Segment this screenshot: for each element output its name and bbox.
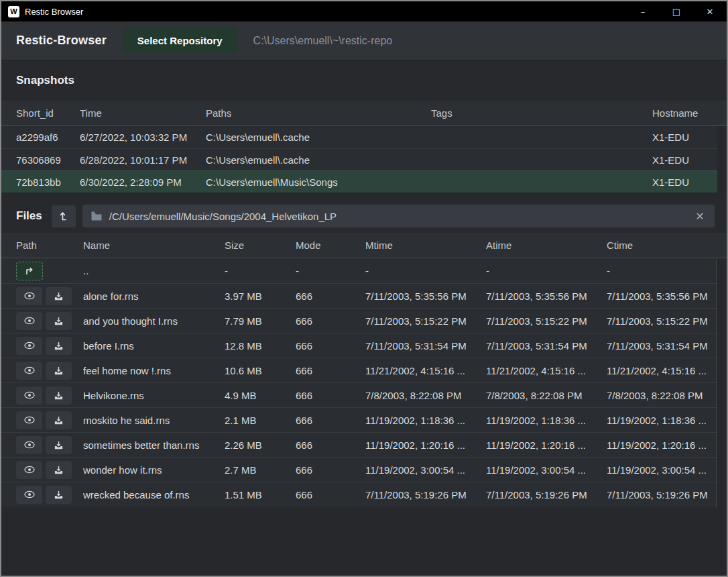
preview-button[interactable] [16, 362, 42, 380]
app-window: W Restic Browser – □ ✕ Restic-Browser Se… [0, 0, 728, 577]
files-scrollbar-track[interactable] [716, 260, 717, 508]
preview-button[interactable] [16, 386, 42, 405]
clear-path-button[interactable]: ✕ [690, 207, 709, 225]
column-header-paths: Paths [206, 107, 431, 119]
snapshot-row[interactable]: a2299af6 6/27/2022, 10:03:32 PM C:\Users… [1, 126, 717, 148]
column-header-mode: Mode [296, 240, 365, 251]
parent-dir-row[interactable]: .. - - - - - [1, 258, 717, 283]
download-icon [54, 440, 64, 450]
parent-arrow-icon [24, 266, 35, 276]
eye-icon [23, 490, 36, 499]
download-icon [54, 465, 64, 475]
repository-path: C:\Users\emuell\~\restic-repo [253, 35, 393, 47]
download-button[interactable] [46, 486, 72, 504]
files-table-header: Path Name Size Mode Mtime Atime Ctime [1, 233, 727, 258]
eye-icon [23, 440, 36, 450]
eye-icon [23, 316, 36, 325]
column-header-name: Name [83, 240, 225, 251]
column-header-tags: Tags [431, 107, 652, 119]
preview-button[interactable] [16, 287, 42, 305]
preview-button[interactable] [16, 436, 42, 454]
file-row[interactable]: moskito he said.rns 2.1 MB 666 11/19/200… [1, 407, 717, 432]
download-button[interactable] [46, 386, 72, 405]
app-icon: W [8, 6, 19, 17]
window-title: Restic Browser [25, 7, 83, 17]
preview-button[interactable] [16, 337, 42, 355]
download-button[interactable] [46, 287, 72, 305]
eye-icon [23, 366, 36, 375]
maximize-button[interactable]: □ [660, 1, 693, 21]
folder-icon [90, 210, 103, 222]
download-icon [54, 415, 64, 425]
preview-button[interactable] [16, 486, 42, 504]
download-button[interactable] [46, 312, 72, 330]
snapshots-table: a2299af6 6/27/2022, 10:03:32 PM C:\Users… [1, 126, 717, 193]
files-table: .. - - - - - alone for.rns 3.97 MB 666 7… [1, 258, 717, 507]
column-header-time: Time [80, 107, 206, 119]
download-button[interactable] [46, 337, 72, 355]
preview-button[interactable] [16, 411, 42, 429]
select-repository-button[interactable]: Select Repository [123, 28, 237, 53]
snapshots-section-title: Snapshots [16, 74, 74, 87]
column-header-short-id: Short_id [16, 107, 80, 119]
toolbar: Restic-Browser Select Repository C:\User… [1, 21, 727, 60]
app-title: Restic-Browser [16, 34, 107, 48]
eye-icon [23, 390, 36, 400]
files-bar: Files ✕ [1, 199, 727, 233]
download-button[interactable] [46, 411, 72, 429]
download-button[interactable] [46, 436, 72, 454]
go-to-parent-button[interactable] [16, 262, 43, 280]
eye-icon [23, 341, 36, 350]
column-header-size: Size [225, 240, 296, 251]
minimize-button[interactable]: – [626, 1, 660, 21]
go-up-button[interactable] [52, 205, 76, 227]
download-icon [54, 316, 64, 326]
file-row[interactable]: wrecked because of.rns 1.51 MB 666 7/11/… [1, 482, 717, 507]
column-header-hostname: Hostname [652, 107, 727, 119]
titlebar: W Restic Browser – □ ✕ [1, 1, 727, 21]
download-button[interactable] [46, 362, 72, 380]
path-field-wrap: ✕ [82, 205, 715, 227]
column-header-path: Path [16, 240, 83, 251]
column-header-atime: Atime [486, 240, 607, 251]
file-row[interactable]: alone for.rns 3.97 MB 666 7/11/2003, 5:3… [1, 283, 717, 308]
close-button[interactable]: ✕ [693, 1, 727, 21]
eye-icon [23, 291, 36, 301]
file-row[interactable]: wonder how it.rns 2.7 MB 666 11/19/2002,… [1, 457, 717, 482]
download-icon [54, 366, 64, 376]
column-header-ctime: Ctime [607, 240, 727, 251]
eye-icon [23, 415, 36, 425]
file-row[interactable]: Helvikone.rns 4.9 MB 666 7/8/2003, 8:22:… [1, 382, 717, 407]
snapshot-row-selected[interactable]: 72b813bb 6/30/2022, 2:28:09 PM C:\Users\… [1, 170, 717, 193]
preview-button[interactable] [16, 461, 42, 479]
preview-button[interactable] [16, 312, 42, 330]
download-icon [54, 291, 64, 301]
eye-icon [23, 465, 36, 474]
download-button[interactable] [46, 461, 72, 479]
file-row[interactable]: before I.rns 12.8 MB 666 7/11/2003, 5:31… [1, 333, 717, 358]
files-section-title: Files [16, 209, 42, 223]
snapshot-row[interactable]: 76306869 6/28/2022, 10:01:17 PM C:\Users… [1, 148, 717, 170]
file-row[interactable]: sometimes better than.rns 2.26 MB 666 11… [1, 432, 717, 457]
download-icon [54, 341, 64, 351]
download-icon [54, 490, 64, 500]
file-row[interactable]: and you thought I.rns 7.79 MB 666 7/11/2… [1, 308, 717, 333]
column-header-mtime: Mtime [365, 240, 486, 251]
path-input[interactable] [82, 205, 715, 227]
snapshots-table-header: Short_id Time Paths Tags Hostname [1, 101, 727, 126]
up-arrow-icon [58, 211, 69, 221]
download-icon [54, 390, 64, 401]
file-row[interactable]: feel home now !.rns 10.6 MB 666 11/21/20… [1, 358, 717, 382]
